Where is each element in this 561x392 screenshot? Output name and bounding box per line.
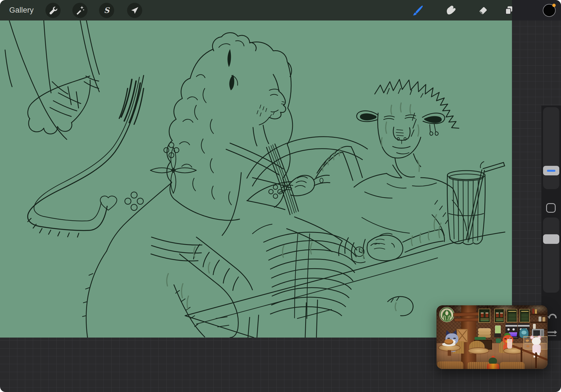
sketch-stroke — [424, 116, 442, 123]
pip-video[interactable] — [436, 305, 548, 369]
adjustments-button[interactable] — [72, 3, 88, 18]
sketch-stroke — [484, 166, 505, 172]
magic-wand-icon — [75, 5, 85, 15]
sketch-stroke — [482, 175, 485, 239]
redo-button[interactable] — [546, 325, 558, 338]
sketch-stroke — [107, 183, 172, 251]
sketch-stroke — [398, 88, 401, 93]
sketch-stroke — [248, 317, 250, 338]
sketch-stroke — [86, 288, 89, 289]
sketch-stroke — [44, 127, 58, 134]
modify-button[interactable] — [546, 203, 556, 213]
sketch-stroke — [295, 185, 305, 187]
sketch-stroke — [137, 198, 143, 204]
sketch-stroke — [405, 241, 443, 252]
sketch-stroke — [405, 117, 415, 118]
sketch-stroke — [68, 87, 71, 105]
sketch-stroke — [173, 168, 196, 173]
sketch-stroke — [391, 299, 393, 302]
sketch-stroke — [58, 232, 60, 236]
paint-brush-icon — [412, 5, 424, 16]
toolbar-left-segment: Gallery S — [0, 0, 512, 20]
sketch-stroke — [430, 125, 430, 132]
sketch-stroke — [273, 185, 278, 189]
sketch-stroke — [281, 104, 284, 104]
sketch-stroke — [58, 123, 72, 131]
drawing-canvas[interactable] — [0, 20, 512, 338]
opacity-slider[interactable] — [543, 217, 559, 293]
sketch-stroke — [393, 146, 410, 148]
sketch-stroke — [428, 231, 429, 240]
actions-button[interactable] — [45, 3, 61, 18]
sketch-stroke — [411, 236, 412, 246]
sketch-stroke — [176, 201, 240, 220]
sketch-stroke — [125, 198, 131, 204]
sketch-stroke — [273, 112, 274, 115]
sketch-stroke — [183, 119, 193, 122]
sketch-stroke — [392, 243, 394, 247]
sketch-stroke — [307, 234, 310, 318]
sketch-stroke — [9, 20, 67, 139]
brush-size-slider[interactable] — [543, 107, 559, 189]
sketch-stroke — [259, 117, 269, 125]
sketch-stroke — [374, 248, 385, 249]
sketch-stroke — [418, 125, 419, 136]
sketch-stroke — [131, 204, 137, 210]
sketch-stroke — [387, 88, 389, 94]
sketch-stroke — [229, 192, 231, 205]
sketch-stroke — [440, 206, 442, 210]
transform-button[interactable] — [127, 3, 142, 18]
sketch-stroke — [167, 49, 213, 201]
sketch-stroke — [169, 143, 174, 148]
sketch-stroke — [351, 147, 362, 178]
sketch-stroke — [196, 237, 252, 290]
sketch-stroke — [297, 310, 332, 318]
sketch-stroke — [417, 160, 419, 171]
brush-size-handle[interactable] — [543, 166, 559, 175]
procreate-window: Gallery S — [0, 0, 561, 392]
sketch-stroke — [203, 88, 206, 103]
wrench-icon — [48, 5, 58, 15]
sketch-stroke — [230, 306, 238, 338]
sketch-stroke — [201, 139, 204, 153]
sketch-stroke — [257, 111, 258, 114]
color-swatch-button[interactable] — [543, 4, 556, 17]
sketch-stroke — [282, 246, 284, 257]
sketch-stroke — [208, 262, 210, 273]
sketch-stroke — [266, 108, 267, 112]
sketch-stroke — [473, 181, 473, 242]
sketch-stroke — [210, 159, 213, 173]
sketch-stroke — [167, 274, 168, 286]
sketch-stroke — [410, 105, 411, 114]
layers-button[interactable] — [502, 3, 517, 18]
transform-arrow-icon — [130, 5, 140, 15]
gallery-button[interactable]: Gallery — [9, 0, 34, 20]
sketch-stroke — [270, 259, 355, 272]
sketch-stroke — [343, 152, 353, 180]
sketch-stroke — [410, 90, 412, 95]
sketch-stroke — [77, 233, 79, 237]
sketch-stroke — [222, 173, 241, 235]
paint-tool-button[interactable] — [410, 3, 426, 18]
sketch-stroke — [219, 44, 230, 47]
selection-button[interactable]: S — [99, 3, 114, 18]
sketch-stroke — [388, 297, 413, 316]
sketch-stroke — [182, 164, 192, 167]
eraser-tool-button[interactable] — [476, 3, 491, 18]
sketch-stroke — [86, 251, 107, 338]
sketch-stroke — [28, 76, 90, 119]
sketch-stroke — [253, 127, 257, 146]
sketch-stroke — [305, 303, 306, 338]
sketch-stroke — [282, 102, 284, 102]
sketch-stroke — [44, 20, 51, 93]
sketch-stroke — [296, 181, 306, 183]
sketch-stroke — [213, 260, 219, 275]
undo-button[interactable] — [546, 309, 558, 322]
sketch-stroke — [229, 75, 234, 90]
sketch-stroke — [181, 284, 183, 298]
opacity-handle[interactable] — [543, 234, 559, 244]
undo-arrow-icon — [546, 309, 558, 322]
sketch-stroke — [40, 228, 42, 233]
top-toolbar: Gallery S — [0, 0, 561, 20]
smudge-tool-button[interactable] — [443, 3, 458, 18]
